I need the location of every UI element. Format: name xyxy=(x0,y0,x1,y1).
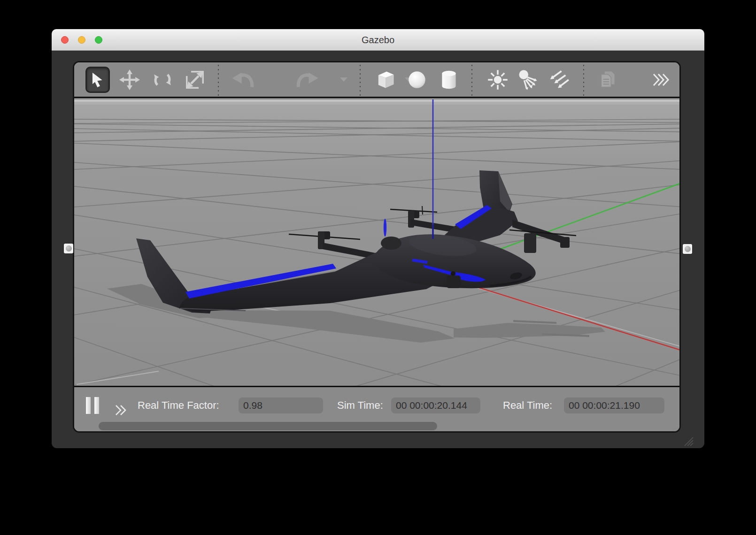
point-light-icon xyxy=(486,69,509,91)
directional-light-icon xyxy=(546,69,570,91)
box-icon xyxy=(374,69,396,91)
redo-button[interactable] xyxy=(294,67,321,93)
main-panel: Real Time Factor: Sim Time: Real Time: xyxy=(73,61,681,433)
undo-button[interactable] xyxy=(229,67,256,93)
sphere-icon xyxy=(406,69,428,91)
sim-time-label: Sim Time: xyxy=(337,399,383,412)
redo-icon xyxy=(296,71,319,89)
sky-and-ground xyxy=(74,99,679,386)
double-chevron-icon xyxy=(116,405,125,415)
translate-icon xyxy=(119,69,140,90)
left-splitter-handle[interactable] xyxy=(64,244,73,253)
point-light-button[interactable] xyxy=(486,67,510,93)
insert-box-button[interactable] xyxy=(373,67,397,93)
toolbar xyxy=(74,62,679,98)
handle-dot xyxy=(685,246,691,252)
directional-light-button[interactable] xyxy=(546,67,570,93)
real-time-factor-label: Real Time Factor: xyxy=(138,399,219,412)
scene-canvas[interactable] xyxy=(74,99,679,386)
copy-button[interactable] xyxy=(595,67,620,93)
overflow-chevrons-icon xyxy=(652,73,671,87)
titlebar[interactable]: Gazebo xyxy=(52,29,704,51)
real-time-label: Real Time: xyxy=(503,399,552,412)
spot-light-button[interactable] xyxy=(516,67,540,93)
pause-button[interactable] xyxy=(86,397,99,414)
cylinder-icon xyxy=(438,69,460,91)
select-tool-button[interactable] xyxy=(85,67,110,93)
insert-cylinder-button[interactable] xyxy=(437,67,461,93)
statusbar-expand-button[interactable] xyxy=(115,405,131,416)
translate-tool-button[interactable] xyxy=(117,67,142,93)
pause-icon xyxy=(86,397,91,414)
insert-sphere-button[interactable] xyxy=(405,67,429,93)
scale-tool-button[interactable] xyxy=(183,67,207,93)
sim-time-field[interactable] xyxy=(391,397,480,413)
pause-icon xyxy=(94,397,99,414)
render-viewport[interactable] xyxy=(74,99,679,386)
real-time-factor-field[interactable] xyxy=(239,397,323,413)
undo-dropdown-icon[interactable] xyxy=(340,77,347,82)
rotate-icon xyxy=(152,69,173,91)
right-splitter-handle[interactable] xyxy=(683,244,692,254)
window-title: Gazebo xyxy=(52,29,704,51)
toolbar-separator xyxy=(471,65,472,96)
copy-icon xyxy=(597,69,618,91)
rotate-tool-button[interactable] xyxy=(150,67,175,93)
horizontal-scrollbar-thumb[interactable] xyxy=(99,422,437,430)
toolbar-separator xyxy=(583,65,584,96)
statusbar: Real Time Factor: Sim Time: Real Time: xyxy=(74,386,679,431)
toolbar-separator xyxy=(360,65,361,96)
handle-dot xyxy=(66,245,72,252)
gazebo-window: Gazebo xyxy=(52,29,704,448)
scale-icon xyxy=(184,69,206,91)
toolbar-overflow-button[interactable] xyxy=(651,67,671,93)
select-arrow-icon xyxy=(90,71,106,88)
window-resize-grip[interactable] xyxy=(680,435,694,447)
undo-icon xyxy=(231,71,254,89)
spot-light-icon xyxy=(517,69,539,91)
toolbar-separator xyxy=(218,65,219,96)
real-time-field[interactable] xyxy=(564,397,664,413)
